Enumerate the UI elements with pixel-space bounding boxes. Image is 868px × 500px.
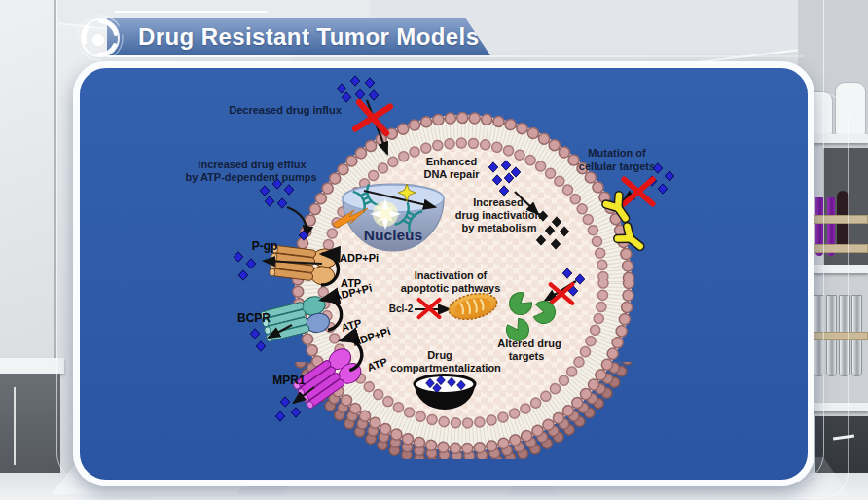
mpr1-label: MPR1 [272, 374, 306, 387]
cell-swirl-logo-icon [76, 14, 125, 62]
cell-diagram: Nucleus Decreased drug influx Increased … [0, 0, 868, 500]
drug-diamond-icon [337, 84, 346, 93]
pgp-adp-label: ADP+Pi [340, 252, 379, 264]
bcpr-label: BCPR [237, 311, 271, 325]
efflux-group: Increased drug efflux by ATP-dependent p… [185, 159, 316, 240]
dna-repair-label: Enhanced [426, 156, 478, 167]
efflux-label: Increased drug efflux [198, 159, 307, 170]
header-accent-line [114, 11, 268, 13]
pgp-pump-icon [269, 242, 338, 286]
header-underline [107, 55, 804, 57]
apoptosis-label: Inactivation of [415, 269, 488, 281]
influx-label: Decreased drug influx [229, 104, 342, 116]
drug-diamond-icon [260, 186, 270, 196]
influx-group: Decreased drug influx [229, 76, 390, 154]
svg-text:compartmentalization: compartmentalization [390, 362, 501, 374]
svg-text:apoptotic pathways: apoptotic pathways [401, 282, 501, 294]
svg-text:DNA repair: DNA repair [423, 168, 480, 180]
nucleus-label: Nucleus [364, 227, 422, 243]
svg-text:cellular targets: cellular targets [579, 161, 655, 172]
screenshot-root: Nucleus Decreased drug influx Increased … [0, 0, 868, 500]
page-title: Drug Resistant Tumor Models [138, 18, 479, 55]
title-banner: Drug Resistant Tumor Models [107, 18, 490, 55]
mutation-label: Mutation of [588, 147, 646, 159]
metabolism-label: Increased [473, 196, 523, 208]
svg-text:by metabolism: by metabolism [461, 222, 536, 233]
red-cross-icon [355, 102, 390, 133]
bcl2-label: Bcl-2 [389, 304, 414, 314]
pgp-label: P-gp [252, 239, 278, 253]
altered-targets-label: Altered drug [497, 338, 561, 349]
svg-text:targets: targets [509, 350, 545, 362]
svg-text:drug inactivation: drug inactivation [455, 209, 542, 221]
svg-text:by ATP-dependent pumps: by ATP-dependent pumps [185, 171, 316, 183]
red-cross-icon [624, 179, 652, 203]
compartmentalization-label: Drug [427, 349, 452, 361]
